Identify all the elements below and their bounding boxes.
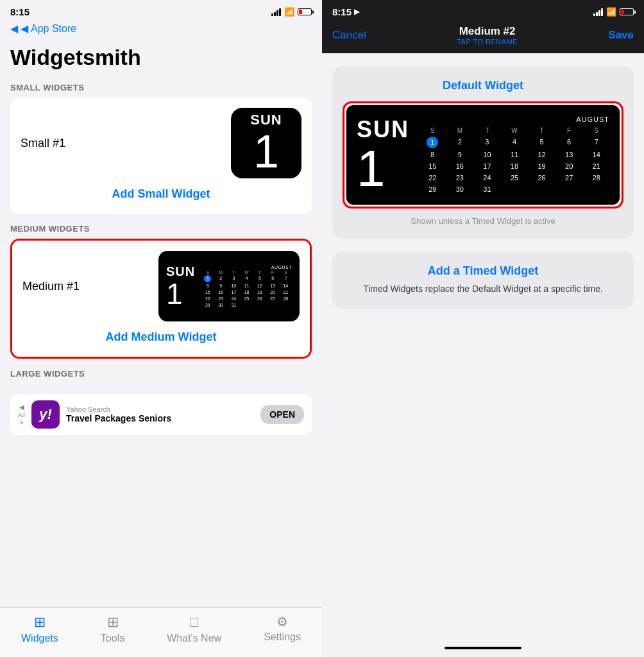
left-status-time: 8:15 (10, 6, 30, 17)
cal-header-s1: S (201, 270, 214, 275)
tab-widgets[interactable]: ⊞ Widgets (21, 614, 58, 644)
settings-tab-icon: ⚙ (276, 614, 288, 629)
small-widget-date: 1 (253, 128, 279, 175)
cal-cell-6: 6 (266, 275, 278, 282)
nav-subtitle[interactable]: TAP TO RENAME (457, 38, 518, 46)
default-widget-title: Default Widget (343, 79, 623, 92)
cal-cell-7: 7 (280, 275, 292, 282)
large-med-date: 1 (357, 143, 409, 194)
medium-preview-large: SUN 1 AUGUST S M T W T F S (343, 101, 623, 209)
tab-whats-new[interactable]: □ What's New (167, 614, 221, 644)
large-cal-grid: S M T W T F S 1 2 3 4 5 (419, 126, 609, 194)
ad-badge-label: Ad (18, 412, 25, 418)
medium-widget-label: Medium #1 (22, 280, 80, 293)
home-indicator (322, 639, 644, 657)
cancel-button[interactable]: Cancel (332, 29, 366, 42)
signal-icon (271, 8, 281, 16)
ad-left-arrow: ◀ (19, 404, 24, 411)
left-status-icons: 📶 (271, 7, 312, 17)
add-small-widget-button[interactable]: Add Small Widget (21, 178, 301, 203)
default-widget-section: Default Widget SUN 1 AUGUST S M T W (332, 66, 634, 239)
ad-title: Travel Packages Seniors (66, 413, 254, 423)
left-status-bar: 8:15 📶 (0, 0, 322, 20)
medium-preview-large-inner: SUN 1 AUGUST S M T W T F S (346, 105, 620, 205)
right-battery-icon (620, 8, 634, 15)
cal-header-t1: T (228, 270, 240, 275)
ad-icon: y! (31, 400, 60, 429)
cal-header-w: W (241, 270, 253, 275)
cal-cell-5: 5 (253, 275, 266, 282)
medium-widget-preview: SUN 1 AUGUST S M T W T F S (158, 251, 300, 321)
ad-text: Yahoo Search Travel Packages Seniors (66, 405, 254, 423)
whats-new-tab-label: What's New (167, 633, 221, 644)
cal-month-label: AUGUST (201, 265, 292, 269)
ad-open-button[interactable]: OPEN (260, 405, 304, 424)
cal-header-t2: T (253, 270, 266, 275)
large-cal-month: AUGUST (419, 115, 609, 123)
right-wifi-icon: 📶 (606, 7, 616, 17)
widgets-tab-icon: ⊞ (34, 614, 46, 631)
right-panel: 8:15 ▶ 📶 Cancel Medium #2 TAP TO RENAME … (322, 0, 644, 657)
nav-title-group: Medium #2 TAP TO RENAME (457, 25, 518, 46)
shown-unless-text: Shown unless a Timed Widget is active (343, 216, 623, 226)
nav-bar: Cancel Medium #2 TAP TO RENAME Save (322, 21, 644, 53)
cal-header-f: F (266, 270, 278, 275)
right-status-time: 8:15 ▶ (332, 6, 359, 17)
back-nav-label: ◀ App Store (21, 23, 76, 34)
cal-grid: S M T W T F S 1 2 3 4 5 (201, 270, 292, 308)
wifi-icon: 📶 (284, 7, 294, 17)
timed-widget-section[interactable]: Add a Timed Widget Timed Widgets replace… (332, 252, 634, 309)
right-status-bar: 8:15 ▶ 📶 (322, 0, 644, 21)
back-nav[interactable]: ◀ ◀ App Store (0, 20, 322, 40)
cal-header-s2: S (280, 270, 292, 275)
add-medium-widget-button[interactable]: Add Medium Widget (22, 321, 300, 346)
timed-widget-description: Timed Widgets replace the Default Widget… (343, 283, 623, 296)
right-signal-icon (593, 8, 603, 16)
small-widget-preview: SUN 1 (231, 108, 301, 178)
back-arrow-icon: ◀ (10, 23, 18, 34)
cal-cell-1: 1 (204, 275, 211, 282)
medium-widget-wrapper: Medium #1 SUN 1 AUGUST S M T W T (10, 239, 312, 359)
medium-widget-card: Medium #1 SUN 1 AUGUST S M T W T (12, 241, 310, 357)
ad-x-icon: ✕ (19, 420, 24, 426)
cal-cell-3: 3 (228, 275, 240, 282)
cal-cell-4: 4 (241, 275, 253, 282)
med-calendar: AUGUST S M T W T F S 1 2 3 (195, 265, 292, 308)
med-date: 1 (166, 279, 195, 309)
right-content: Default Widget SUN 1 AUGUST S M T W (322, 53, 644, 639)
medium-widgets-header: MEDIUM WIDGETS (0, 214, 322, 239)
tab-tools[interactable]: ⊞ Tools (101, 614, 124, 644)
large-med-left: SUN 1 (357, 116, 409, 194)
large-med-day: SUN (357, 116, 409, 143)
battery-icon (298, 8, 312, 15)
large-cal: AUGUST S M T W T F S 1 2 3 (419, 115, 609, 194)
ad-banner: ◀ Ad ✕ y! Yahoo Search Travel Packages S… (10, 394, 312, 435)
nav-title: Medium #2 (457, 25, 518, 38)
cal-cell-2: 2 (214, 275, 226, 282)
timed-widget-title: Add a Timed Widget (343, 264, 623, 278)
small-widget-label: Small #1 (21, 137, 65, 150)
settings-tab-label: Settings (264, 631, 301, 643)
left-panel: 8:15 📶 ◀ ◀ App Store Widgetsmith SMALL W… (0, 0, 322, 657)
widgets-tab-label: Widgets (21, 633, 58, 644)
save-button[interactable]: Save (608, 29, 634, 42)
tab-bar: ⊞ Widgets ⊞ Tools □ What's New ⚙ Setting… (0, 607, 322, 657)
tab-settings[interactable]: ⚙ Settings (264, 614, 301, 644)
home-indicator-bar (445, 647, 521, 649)
small-widget-card: Small #1 SUN 1 Add Small Widget (10, 98, 312, 214)
large-widgets-header: LARGE WIDGETS (0, 359, 322, 384)
tools-tab-label: Tools (101, 633, 124, 644)
app-title: Widgetsmith (0, 40, 322, 73)
cal-header-m: M (214, 270, 226, 275)
ad-source: Yahoo Search (66, 405, 254, 413)
right-status-icons: 📶 (593, 7, 634, 17)
small-widgets-header: SMALL WIDGETS (0, 73, 322, 98)
whats-new-tab-icon: □ (190, 614, 198, 631)
tools-tab-icon: ⊞ (107, 614, 119, 631)
